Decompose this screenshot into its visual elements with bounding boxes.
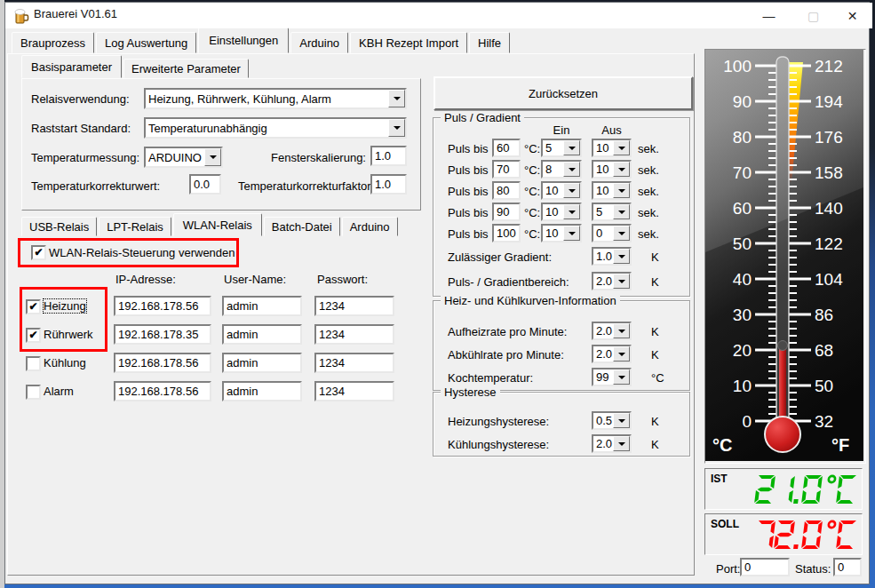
pass-input-heizung[interactable] (314, 296, 394, 316)
wlan-master-checkbox[interactable]: ✔ (31, 245, 46, 260)
chevron-down-icon[interactable] (563, 204, 580, 219)
svg-text:212: 212 (815, 57, 843, 75)
svg-text:40: 40 (733, 270, 752, 289)
tab-brauprozess[interactable]: Brauprozess (12, 32, 94, 53)
chevron-down-icon[interactable] (563, 183, 580, 198)
chevron-down-icon[interactable] (613, 162, 630, 177)
tab-erweiterte-parameter[interactable]: Erweiterte Parameter (123, 59, 249, 78)
pass-input-kühlung[interactable] (314, 353, 394, 373)
puls-aus-select-100[interactable]: 0 (592, 224, 632, 242)
user-input-rührwerk[interactable] (222, 324, 302, 345)
korrekturfaktor-input[interactable] (370, 174, 407, 195)
svg-text:0: 0 (742, 412, 752, 431)
ip-input-kühlung[interactable] (114, 353, 211, 373)
korrekturwert-input[interactable] (189, 174, 221, 195)
puls-temp-input-60[interactable] (492, 139, 521, 157)
puls-aus-select-60[interactable]: 10 (592, 139, 632, 157)
puls-temp-input-70[interactable] (492, 160, 521, 179)
puls-ein-select-70[interactable]: 8 (541, 160, 582, 179)
relay-checkbox-kühlung[interactable]: ✔ (26, 356, 41, 371)
hysterese-title: Hysterese (441, 385, 500, 399)
puls-bis-label-60: Puls bis (448, 142, 489, 155)
svg-text:104: 104 (815, 270, 843, 289)
raststart-select[interactable]: Temperaturunabhängig (144, 117, 407, 139)
chevron-down-icon[interactable] (613, 346, 630, 362)
tab-batch-datei[interactable]: Batch-Datei (264, 217, 340, 236)
tab-kbh-rezept-import[interactable]: KBH Rezept Import (350, 32, 467, 53)
heizungshysterese-select[interactable]: 0.5 (592, 411, 632, 430)
maximize-button[interactable]: ▢ (793, 3, 833, 28)
relaisverwendung-select[interactable]: Heizung, Rührwerk, Kühlung, Alarm (144, 88, 407, 109)
puls-aus-select-80[interactable]: 10 (592, 181, 632, 200)
tab-arduino[interactable]: Arduino (342, 217, 398, 236)
chevron-down-icon[interactable] (388, 90, 405, 107)
chevron-down-icon[interactable] (613, 183, 630, 198)
puls-gradient-title: Puls / Gradient (441, 111, 524, 124)
svg-text:50: 50 (815, 377, 833, 395)
puls-aus-select-100-value: 0 (593, 226, 613, 240)
ip-input-heizung[interactable] (114, 296, 211, 316)
chevron-down-icon[interactable] (613, 369, 630, 385)
svg-text:30: 30 (733, 306, 752, 324)
puls-ein-select-80[interactable]: 10 (541, 181, 582, 200)
puls-temp-input-100[interactable] (492, 224, 521, 242)
chevron-down-icon[interactable] (613, 226, 630, 241)
fensterskalierung-input[interactable] (370, 146, 407, 166)
abkühlrate-pro-minute-select[interactable]: 2.0 (592, 345, 632, 363)
chevron-down-icon[interactable] (613, 140, 630, 155)
bereich-select[interactable]: 2.0 (592, 272, 632, 290)
tab-log-auswertung[interactable]: Log Auswertung (96, 32, 196, 53)
puls-temp-input-80[interactable] (492, 181, 521, 200)
port-input[interactable] (740, 558, 790, 576)
puls-ein-select-100[interactable]: 10 (541, 224, 582, 242)
tab-hilfe[interactable]: Hilfe (469, 32, 510, 53)
tab-basisparameter[interactable]: Basisparameter (21, 55, 122, 78)
chevron-down-icon[interactable] (613, 249, 630, 264)
tab-lpt-relais[interactable]: LPT-Relais (99, 217, 171, 236)
user-input-kühlung[interactable] (222, 353, 302, 373)
chevron-down-icon[interactable] (563, 226, 580, 241)
ist-seven-segment (752, 474, 859, 505)
status-input[interactable] (833, 558, 862, 576)
relay-checkbox-heizung[interactable]: ✔ (26, 299, 41, 314)
ist-label: IST (711, 473, 728, 485)
user-input-alarm[interactable] (222, 381, 302, 401)
relay-checkbox-alarm[interactable]: ✔ (26, 385, 41, 400)
heizungshysterese-label: Heizungshysterese: (448, 415, 549, 428)
ip-input-alarm[interactable] (114, 381, 211, 401)
chevron-down-icon[interactable] (388, 119, 405, 137)
chevron-down-icon[interactable] (613, 413, 630, 428)
puls-aus-select-70[interactable]: 10 (592, 160, 632, 179)
tab-wlan-relais[interactable]: WLAN-Relais (173, 213, 262, 236)
close-button[interactable]: ✕ (832, 3, 872, 28)
puls-ein-select-90[interactable]: 10 (541, 203, 582, 221)
chevron-down-icon[interactable] (563, 162, 580, 177)
gradient-select[interactable]: 1.0 (592, 247, 632, 266)
chevron-down-icon[interactable] (613, 323, 630, 338)
heizkurven-groupbox: Heiz- und Kühlkurven-Information Aufheiz… (433, 300, 690, 391)
tab-einstellungen[interactable]: Einstellungen (198, 28, 289, 53)
puls-ein-select-60[interactable]: 5 (541, 139, 582, 157)
puls-temp-input-90[interactable] (492, 203, 521, 221)
svg-text:10: 10 (733, 377, 752, 395)
pass-input-rührwerk[interactable] (314, 324, 394, 345)
puls-aus-select-90[interactable]: 5 (592, 203, 632, 221)
reset-button[interactable]: Zurücksetzen (434, 76, 693, 110)
user-input-heizung[interactable] (222, 296, 302, 316)
kochtemperatur-select[interactable]: 99 (592, 368, 632, 386)
ip-input-rührwerk[interactable] (114, 324, 211, 345)
aufheizrate-pro-minute-select[interactable]: 2.0 (592, 322, 632, 340)
pass-input-alarm[interactable] (314, 381, 394, 401)
minimize-button[interactable]: — (749, 3, 789, 28)
tab-arduino[interactable]: Arduino (290, 32, 348, 53)
chevron-down-icon[interactable] (563, 140, 580, 155)
relay-checkbox-rührwerk[interactable]: ✔ (26, 328, 41, 343)
temperaturmessung-select[interactable]: ARDUINO (144, 147, 223, 168)
chevron-down-icon[interactable] (613, 204, 630, 219)
bereich-value: 2.0 (593, 274, 613, 288)
chevron-down-icon[interactable] (613, 436, 630, 451)
chevron-down-icon[interactable] (613, 274, 630, 289)
chevron-down-icon[interactable] (204, 148, 221, 166)
tab-usb-relais[interactable]: USB-Relais (21, 217, 97, 236)
kühlungshysterese-select[interactable]: 2.0 (592, 434, 632, 453)
